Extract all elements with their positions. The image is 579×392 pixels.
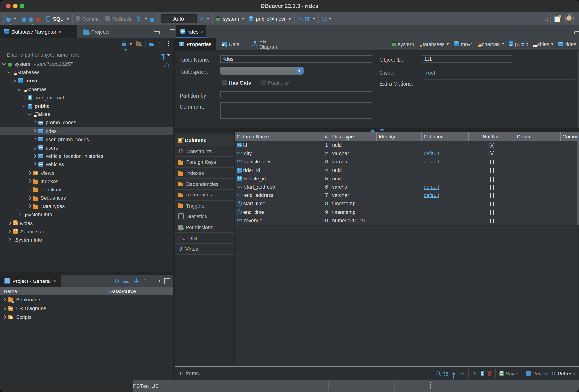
grid-search-icon[interactable] [436,371,440,375]
compile-icon[interactable] [305,17,310,21]
cell-default[interactable] [515,199,561,208]
cell-ordinal[interactable]: 8 [284,199,330,208]
subtab-constraints[interactable]: []Constraints [175,146,234,157]
tree-item-schemas[interactable]: Schemas [0,85,173,93]
chevron-right-icon[interactable] [33,154,37,158]
chevron-right-icon[interactable] [28,187,32,191]
subtab-triggers[interactable]: Triggers [175,200,234,211]
cell-column-name[interactable]: 123revenue [235,216,284,224]
schema-file-icon[interactable] [249,16,253,21]
grid-column-header-comment[interactable]: Comment [561,132,579,141]
new-connection-dropdown[interactable] [130,43,132,46]
cell-column-name[interactable]: vehicle_id [235,174,284,183]
cell-ordinal[interactable]: 2 [284,149,330,157]
maximize-panel-icon[interactable] [164,278,170,284]
subtab-indexes[interactable]: Indexes [175,168,234,179]
close-icon[interactable]: × [201,29,204,34]
cell-ordinal[interactable]: 1 [284,141,330,149]
cell-not-null[interactable]: [v] [469,149,515,157]
extra-options-area[interactable] [422,79,575,126]
breadcrumb-item-public[interactable]: public [509,41,528,47]
columns-view-icon[interactable] [481,371,484,376]
cell-not-null[interactable]: [ ] [469,199,515,208]
tree-item-crdb-internal[interactable]: crdb_internal [0,93,173,102]
cell-collation[interactable] [422,166,469,174]
close-icon[interactable]: × [53,279,56,283]
cell-identity[interactable] [377,174,422,183]
cell-comment[interactable] [561,141,579,149]
rollback-button[interactable]: Rollback [112,16,132,21]
tree-item-movr[interactable]: movr [0,77,173,85]
grid-settings-icon[interactable]: ⚙ [460,371,465,376]
rollback-icon[interactable] [105,16,109,21]
collapse-all-icon[interactable] [149,44,154,46]
cell-identity[interactable] [377,191,422,199]
grid-row-rider-id[interactable]: rider_id4uuid[ ] [235,166,579,174]
cell-collation[interactable]: default [422,191,469,199]
tree-item-public[interactable]: public [0,102,173,110]
grid-row-id[interactable]: id1uuid[v] [235,141,579,149]
cell-comment[interactable] [561,183,579,191]
breadcrumb-item-movr[interactable]: movr [454,41,472,47]
cell-default[interactable] [515,174,561,183]
cell-data-type[interactable]: timestamp [330,199,377,208]
chevron-right-icon[interactable] [2,315,6,319]
grid-row-start-address[interactable]: ABCstart_address6varchardefault[ ] [235,183,579,191]
cell-comment[interactable] [561,208,579,216]
cell-collation[interactable] [422,141,469,149]
commit-icon[interactable] [75,16,79,21]
cell-column-name[interactable]: ABCcity [235,149,284,157]
close-icon[interactable]: × [59,29,62,34]
minimize-panel-icon[interactable] [154,280,160,282]
global-search-icon[interactable] [544,17,548,21]
tree-item-sequences[interactable]: Sequences [0,194,173,202]
breadcrumb-item-databases[interactable]: Databases [419,41,449,47]
cell-not-null[interactable]: [ ] [469,158,515,166]
cell-identity[interactable] [377,149,422,157]
connection-db-icon[interactable] [216,16,220,21]
collation-link[interactable]: default [424,151,439,156]
grid-row-start-time[interactable]: start_time8timestamp[ ] [235,199,579,208]
reconnect-icon[interactable] [29,18,33,21]
lock-icon[interactable] [150,18,154,21]
horizontal-splitter[interactable] [0,272,173,275]
cell-ordinal[interactable]: 10 [284,216,330,224]
sql-editor-dropdown[interactable] [66,18,69,21]
comment-textarea[interactable] [220,102,372,119]
minimize-panel-icon[interactable] [154,31,160,34]
expand-down-icon[interactable] [379,129,384,131]
collation-link[interactable]: default [424,159,439,165]
cell-default[interactable] [515,149,561,157]
cell-data-type[interactable]: timestamp [330,208,377,216]
refresh-list-icon[interactable] [443,371,448,376]
chevron-right-icon[interactable] [33,163,37,166]
new-window-icon[interactable] [554,16,560,22]
cell-not-null[interactable]: [v] [469,141,515,149]
tree-item-tables[interactable]: Tables [0,110,173,118]
grid-row-revenue[interactable]: 123revenue10numeric(10, 2)[ ] [235,216,579,224]
grid-row-city[interactable]: ABCcity2varchardefault[v] [235,149,579,157]
cell-identity[interactable] [377,208,422,216]
grid-column-header-collation[interactable]: Collation [422,132,469,141]
cell-identity[interactable] [377,166,422,174]
cell-data-type[interactable]: varchar [330,149,377,157]
partitions-checkbox[interactable] [261,80,266,85]
chevron-right-icon[interactable] [33,146,37,150]
owner-link[interactable]: root [426,70,435,75]
cell-comment[interactable] [561,149,579,157]
subtab-references[interactable]: References [175,189,234,200]
grid-column-header-column-name[interactable]: Column Name [235,132,284,141]
chevron-down-icon[interactable] [28,112,32,116]
tree-item-system-info[interactable]: System Info [0,211,173,219]
subtab-statistics[interactable]: iStatistics [175,211,234,222]
object-filter-input[interactable]: Enter a part of object name here [0,52,161,57]
chevron-right-icon[interactable] [2,297,6,301]
tree-item-vehicle-location-histories[interactable]: vehicle_location_histories [0,152,173,160]
cell-comment[interactable] [561,191,579,199]
connect-icon[interactable] [22,18,26,21]
schema-dropdown[interactable] [288,18,291,21]
view-menu-icon[interactable] [168,41,169,42]
transaction-dropdown[interactable] [145,18,147,21]
disconnect-icon[interactable] [36,18,40,21]
tree-item-functions[interactable]: Functions [0,185,173,194]
